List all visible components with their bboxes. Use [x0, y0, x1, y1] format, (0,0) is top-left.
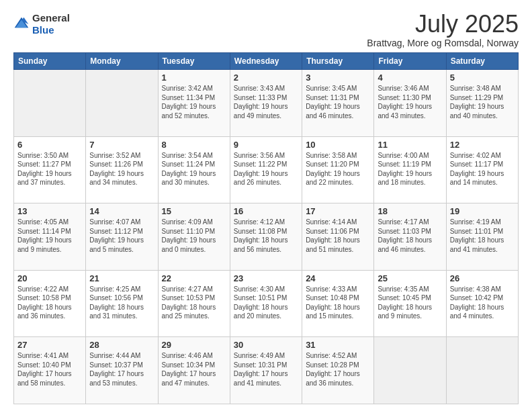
- day-number: 15: [162, 206, 226, 216]
- day-number: 19: [450, 206, 515, 216]
- weekday-header-wednesday: Wednesday: [230, 53, 302, 70]
- calendar-cell: [374, 337, 446, 404]
- day-number: 20: [17, 273, 82, 283]
- calendar-cell: 4Sunrise: 3:46 AM Sunset: 11:30 PM Dayli…: [374, 70, 446, 137]
- day-info: Sunrise: 4:35 AM Sunset: 10:45 PM Daylig…: [378, 285, 442, 321]
- weekday-header-sunday: Sunday: [14, 53, 86, 70]
- day-info: Sunrise: 3:56 AM Sunset: 11:22 PM Daylig…: [234, 151, 298, 187]
- day-info: Sunrise: 4:46 AM Sunset: 10:34 PM Daylig…: [162, 351, 226, 387]
- day-info: Sunrise: 3:45 AM Sunset: 11:31 PM Daylig…: [306, 84, 370, 120]
- day-info: Sunrise: 4:00 AM Sunset: 11:19 PM Daylig…: [378, 151, 442, 187]
- calendar-cell: 17Sunrise: 4:14 AM Sunset: 11:06 PM Dayl…: [302, 203, 374, 271]
- calendar-cell: 3Sunrise: 3:45 AM Sunset: 11:31 PM Dayli…: [302, 70, 374, 137]
- calendar-location: Brattvag, More og Romsdal, Norway: [367, 38, 519, 48]
- calendar-week-5: 27Sunrise: 4:41 AM Sunset: 10:40 PM Dayl…: [14, 337, 519, 404]
- day-info: Sunrise: 4:52 AM Sunset: 10:28 PM Daylig…: [306, 351, 370, 387]
- calendar-week-4: 20Sunrise: 4:22 AM Sunset: 10:58 PM Dayl…: [14, 270, 519, 337]
- logo-text: General Blue: [32, 12, 70, 36]
- calendar-cell: [14, 70, 86, 137]
- day-info: Sunrise: 4:17 AM Sunset: 11:03 PM Daylig…: [378, 218, 442, 254]
- calendar-cell: 23Sunrise: 4:30 AM Sunset: 10:51 PM Dayl…: [230, 270, 302, 337]
- calendar-cell: 31Sunrise: 4:52 AM Sunset: 10:28 PM Dayl…: [302, 337, 374, 404]
- calendar-cell: 28Sunrise: 4:44 AM Sunset: 10:37 PM Dayl…: [86, 337, 158, 404]
- day-number: 29: [162, 340, 226, 350]
- calendar-cell: 21Sunrise: 4:25 AM Sunset: 10:56 PM Dayl…: [86, 270, 158, 337]
- calendar-cell: 2Sunrise: 3:43 AM Sunset: 11:33 PM Dayli…: [230, 70, 302, 137]
- calendar-cell: 26Sunrise: 4:38 AM Sunset: 10:42 PM Dayl…: [446, 270, 518, 337]
- day-number: 6: [17, 140, 82, 150]
- day-number: 4: [378, 73, 442, 83]
- weekday-row: SundayMondayTuesdayWednesdayThursdayFrid…: [14, 53, 519, 70]
- calendar-cell: 29Sunrise: 4:46 AM Sunset: 10:34 PM Dayl…: [158, 337, 230, 404]
- calendar-cell: 15Sunrise: 4:09 AM Sunset: 11:10 PM Dayl…: [158, 203, 230, 271]
- page: General Blue July 2025 Brattvag, More og…: [0, 0, 532, 411]
- day-info: Sunrise: 4:22 AM Sunset: 10:58 PM Daylig…: [17, 285, 82, 321]
- day-info: Sunrise: 4:12 AM Sunset: 11:08 PM Daylig…: [234, 218, 298, 254]
- day-number: 31: [306, 340, 370, 350]
- calendar-header: SundayMondayTuesdayWednesdayThursdayFrid…: [14, 53, 519, 70]
- day-info: Sunrise: 4:38 AM Sunset: 10:42 PM Daylig…: [450, 285, 515, 321]
- day-number: 8: [162, 140, 226, 150]
- day-info: Sunrise: 4:19 AM Sunset: 11:01 PM Daylig…: [450, 218, 515, 254]
- day-info: Sunrise: 4:30 AM Sunset: 10:51 PM Daylig…: [234, 285, 298, 321]
- day-number: 22: [162, 273, 226, 283]
- day-number: 13: [17, 206, 82, 216]
- logo-general: General: [32, 12, 70, 24]
- day-info: Sunrise: 3:58 AM Sunset: 11:20 PM Daylig…: [306, 151, 370, 187]
- calendar-cell: 9Sunrise: 3:56 AM Sunset: 11:22 PM Dayli…: [230, 136, 302, 203]
- day-info: Sunrise: 3:52 AM Sunset: 11:26 PM Daylig…: [89, 151, 154, 187]
- calendar-table: SundayMondayTuesdayWednesdayThursdayFrid…: [13, 52, 519, 404]
- calendar-cell: 8Sunrise: 3:54 AM Sunset: 11:24 PM Dayli…: [158, 136, 230, 203]
- calendar-cell: 12Sunrise: 4:02 AM Sunset: 11:17 PM Dayl…: [446, 136, 518, 203]
- calendar-body: 1Sunrise: 3:42 AM Sunset: 11:34 PM Dayli…: [14, 70, 519, 404]
- day-info: Sunrise: 4:33 AM Sunset: 10:48 PM Daylig…: [306, 285, 370, 321]
- calendar-week-2: 6Sunrise: 3:50 AM Sunset: 11:27 PM Dayli…: [14, 136, 519, 203]
- day-info: Sunrise: 3:48 AM Sunset: 11:29 PM Daylig…: [450, 84, 515, 120]
- day-info: Sunrise: 4:02 AM Sunset: 11:17 PM Daylig…: [450, 151, 515, 187]
- day-info: Sunrise: 4:25 AM Sunset: 10:56 PM Daylig…: [89, 285, 154, 321]
- day-info: Sunrise: 4:07 AM Sunset: 11:12 PM Daylig…: [89, 218, 154, 254]
- logo: General Blue: [13, 12, 70, 36]
- day-number: 5: [450, 73, 515, 83]
- calendar-cell: [86, 70, 158, 137]
- weekday-header-monday: Monday: [86, 53, 158, 70]
- calendar-cell: 6Sunrise: 3:50 AM Sunset: 11:27 PM Dayli…: [14, 136, 86, 203]
- calendar-cell: 16Sunrise: 4:12 AM Sunset: 11:08 PM Dayl…: [230, 203, 302, 271]
- calendar-cell: 13Sunrise: 4:05 AM Sunset: 11:14 PM Dayl…: [14, 203, 86, 271]
- calendar-cell: 25Sunrise: 4:35 AM Sunset: 10:45 PM Dayl…: [374, 270, 446, 337]
- day-number: 7: [89, 140, 154, 150]
- day-number: 14: [89, 206, 154, 216]
- day-info: Sunrise: 4:41 AM Sunset: 10:40 PM Daylig…: [17, 351, 82, 387]
- day-info: Sunrise: 4:09 AM Sunset: 11:10 PM Daylig…: [162, 218, 226, 254]
- day-number: 9: [234, 140, 298, 150]
- logo-blue: Blue: [32, 24, 54, 36]
- calendar-cell: [446, 337, 518, 404]
- calendar-cell: 24Sunrise: 4:33 AM Sunset: 10:48 PM Dayl…: [302, 270, 374, 337]
- day-info: Sunrise: 4:27 AM Sunset: 10:53 PM Daylig…: [162, 285, 226, 321]
- day-number: 26: [450, 273, 515, 283]
- day-number: 10: [306, 140, 370, 150]
- day-number: 11: [378, 140, 442, 150]
- calendar-cell: 7Sunrise: 3:52 AM Sunset: 11:26 PM Dayli…: [86, 136, 158, 203]
- calendar-cell: 11Sunrise: 4:00 AM Sunset: 11:19 PM Dayl…: [374, 136, 446, 203]
- calendar-title: July 2025: [367, 12, 519, 36]
- day-number: 24: [306, 273, 370, 283]
- calendar-cell: 22Sunrise: 4:27 AM Sunset: 10:53 PM Dayl…: [158, 270, 230, 337]
- logo-icon: [13, 16, 30, 32]
- day-info: Sunrise: 4:44 AM Sunset: 10:37 PM Daylig…: [89, 351, 154, 387]
- day-info: Sunrise: 3:54 AM Sunset: 11:24 PM Daylig…: [162, 151, 226, 187]
- header: General Blue July 2025 Brattvag, More og…: [13, 12, 519, 48]
- day-info: Sunrise: 4:05 AM Sunset: 11:14 PM Daylig…: [17, 218, 82, 254]
- day-number: 18: [378, 206, 442, 216]
- day-info: Sunrise: 3:42 AM Sunset: 11:34 PM Daylig…: [162, 84, 226, 120]
- weekday-header-saturday: Saturday: [446, 53, 518, 70]
- day-info: Sunrise: 3:43 AM Sunset: 11:33 PM Daylig…: [234, 84, 298, 120]
- day-number: 30: [234, 340, 298, 350]
- calendar-cell: 14Sunrise: 4:07 AM Sunset: 11:12 PM Dayl…: [86, 203, 158, 271]
- day-number: 3: [306, 73, 370, 83]
- calendar-week-1: 1Sunrise: 3:42 AM Sunset: 11:34 PM Dayli…: [14, 70, 519, 137]
- calendar-cell: 5Sunrise: 3:48 AM Sunset: 11:29 PM Dayli…: [446, 70, 518, 137]
- weekday-header-thursday: Thursday: [302, 53, 374, 70]
- weekday-header-friday: Friday: [374, 53, 446, 70]
- calendar-cell: 27Sunrise: 4:41 AM Sunset: 10:40 PM Dayl…: [14, 337, 86, 404]
